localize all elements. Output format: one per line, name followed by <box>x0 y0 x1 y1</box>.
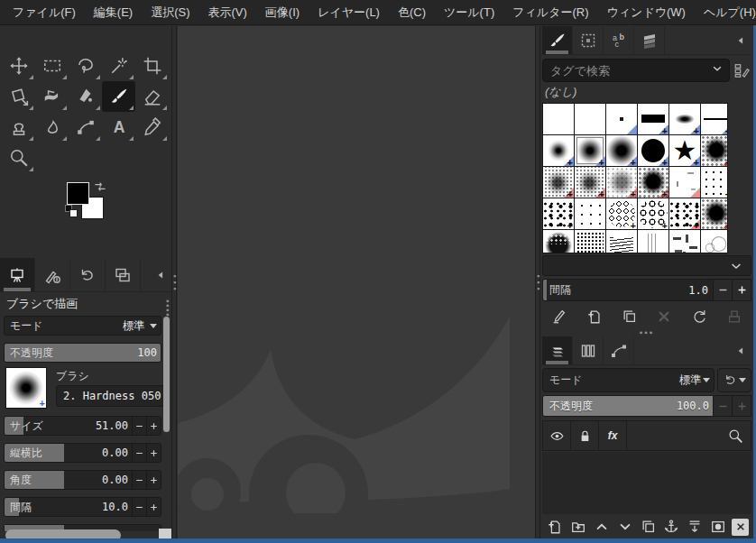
aspect-ratio-decrement-button[interactable] <box>132 444 146 462</box>
brush-cell-tex-splat[interactable]: + <box>543 198 574 229</box>
brush-name[interactable]: 2. Hardness 050 <box>56 385 164 407</box>
menu-filters[interactable]: フィルター(R) <box>503 0 597 25</box>
anchor-layer-button[interactable] <box>661 517 681 537</box>
brush-cell-tex-dense[interactable]: + <box>638 167 668 198</box>
brush-cell-tex-sparse[interactable] <box>575 198 605 229</box>
smudge-tool[interactable] <box>35 112 69 143</box>
brush-cell-tex-cells[interactable]: + <box>638 198 668 229</box>
chevron-down-icon[interactable] <box>711 62 724 78</box>
brush-cell-bar[interactable]: + <box>638 104 668 134</box>
free-select-tool[interactable] <box>69 51 102 81</box>
menu-file[interactable]: ファイル(F) <box>4 0 85 25</box>
brush-cell-tex-chalk[interactable]: + <box>543 167 574 198</box>
new-layer-button[interactable] <box>545 517 565 537</box>
dock-menu-button[interactable] <box>150 258 171 291</box>
brush-cell-tex-dense[interactable]: + <box>701 135 728 166</box>
transform-tool[interactable] <box>2 81 35 112</box>
brush-cell-solid-circle[interactable]: + <box>638 135 668 166</box>
eraser-tool[interactable] <box>135 81 169 112</box>
duplicate-layer-button[interactable] <box>639 517 659 537</box>
dock-splitter-handle[interactable]: ▪▪▪ <box>542 329 751 336</box>
tab-paths[interactable] <box>604 336 634 364</box>
brush-cell-tex-hatch[interactable] <box>606 230 637 253</box>
brush-cell-star[interactable]: ★+ <box>669 135 700 166</box>
brush-cell-soft-small[interactable]: + <box>543 135 574 166</box>
delete-brush-button[interactable] <box>653 306 675 327</box>
brush-cell-soft-ellipse[interactable]: + <box>669 104 700 134</box>
layer-mode-dropdown[interactable]: モード 標準 <box>542 368 715 392</box>
menu-view[interactable]: 表示(V) <box>199 0 256 25</box>
brush-cell-tex-pepper[interactable] <box>669 230 700 253</box>
layer-lock-toggle[interactable] <box>570 420 598 451</box>
left-dock-splitter[interactable]: ▪▪▪ <box>171 26 177 538</box>
brush-cell-blank[interactable] <box>575 104 605 134</box>
refresh-brushes-button[interactable] <box>688 306 710 327</box>
ink-tool[interactable] <box>69 81 102 112</box>
layer-opacity-increment-button[interactable] <box>733 395 751 417</box>
slider-spacing[interactable]: 間隔10.0 <box>4 497 161 517</box>
brush-cell-tex-soft[interactable]: + <box>606 167 637 198</box>
brush-thumbnail[interactable]: + <box>5 367 47 409</box>
color-picker-tool[interactable] <box>135 112 169 143</box>
slider-size[interactable]: サイズ51.00 <box>4 416 161 436</box>
paths-tool[interactable] <box>69 112 102 143</box>
brush-cell-tex-halfdark[interactable] <box>543 230 574 253</box>
layer-opacity-decrement-button[interactable] <box>714 395 733 417</box>
menu-select[interactable]: 選択(S) <box>142 0 198 25</box>
slider-angle[interactable]: 角度0.00 <box>4 470 161 490</box>
menu-tools[interactable]: ツール(T) <box>435 0 503 25</box>
tag-search-input[interactable] <box>543 64 711 78</box>
brush-cell-tex-splat[interactable]: + <box>669 198 700 229</box>
layer-list[interactable] <box>542 452 751 514</box>
right-dock-splitter[interactable]: ▪▪▪ <box>535 26 540 538</box>
size-decrement-button[interactable] <box>132 417 146 435</box>
layer-search-bar[interactable] <box>626 420 751 451</box>
angle-increment-button[interactable] <box>146 471 161 489</box>
move-tool[interactable] <box>2 51 35 81</box>
slider-aspect-ratio[interactable]: 縦横比0.00 <box>4 443 161 463</box>
tab-patterns[interactable] <box>573 26 604 54</box>
tab-device-status[interactable] <box>35 258 70 291</box>
tab-layers[interactable] <box>542 336 573 364</box>
brush-cell-soft-large[interactable]: + <box>606 135 637 166</box>
layer-opacity-slider[interactable]: 不透明度 100.0 <box>542 395 714 417</box>
canvas-area[interactable] <box>178 26 535 538</box>
paint-mode-dropdown[interactable]: モード 標準 <box>4 316 161 336</box>
dock-menu-button[interactable] <box>730 26 751 54</box>
menu-layer[interactable]: レイヤー(L) <box>309 0 389 25</box>
zoom-tool[interactable] <box>2 143 35 173</box>
rectangle-select-tool[interactable] <box>35 51 69 81</box>
brush-cell-tex-net[interactable]: + <box>606 198 637 229</box>
bucket-fill-tool[interactable] <box>35 81 69 112</box>
brush-cell-soft-medium-selected[interactable]: + <box>575 135 605 166</box>
menu-windows[interactable]: ウィンドウ(W) <box>597 0 694 25</box>
tab-tool-options[interactable] <box>0 258 35 291</box>
aspect-ratio-increment-button[interactable] <box>146 444 161 462</box>
text-tool[interactable]: A <box>102 112 135 143</box>
spacing-decrement-button[interactable] <box>132 498 146 516</box>
layer-effects-toggle[interactable]: fx <box>598 420 626 451</box>
tag-search-field[interactable] <box>542 59 730 82</box>
menu-help[interactable]: ヘルプ(H) <box>695 0 756 25</box>
default-colors-swatch[interactable] <box>65 205 78 217</box>
size-increment-button[interactable] <box>146 417 161 435</box>
menu-image[interactable]: 画像(I) <box>256 0 309 25</box>
brush-cell-tex-vert[interactable] <box>638 230 668 253</box>
tool-options-vertical-scrollbar[interactable] <box>163 317 170 531</box>
tab-undo-history[interactable] <box>70 258 106 291</box>
merge-down-button[interactable] <box>685 517 705 537</box>
brush-cell-hline[interactable]: + <box>701 104 728 134</box>
spacing-decrement-button[interactable] <box>714 279 733 301</box>
raise-layer-button[interactable] <box>592 517 612 537</box>
tab-channels[interactable] <box>573 336 604 364</box>
layer-mode-reset-button[interactable] <box>717 368 751 392</box>
duplicate-brush-button[interactable] <box>619 306 641 327</box>
layer-visibility-toggle[interactable] <box>542 420 570 451</box>
panel-grip-dots[interactable]: ▪▪▪▪ <box>166 299 170 317</box>
brush-list-config-icon[interactable] <box>732 62 751 78</box>
crop-tool[interactable] <box>135 51 169 81</box>
lower-layer-button[interactable] <box>615 517 635 537</box>
brush-cell-tex-sketch[interactable] <box>701 230 728 253</box>
brush-cell-blank[interactable] <box>543 104 574 134</box>
spacing-increment-button[interactable] <box>146 498 161 516</box>
